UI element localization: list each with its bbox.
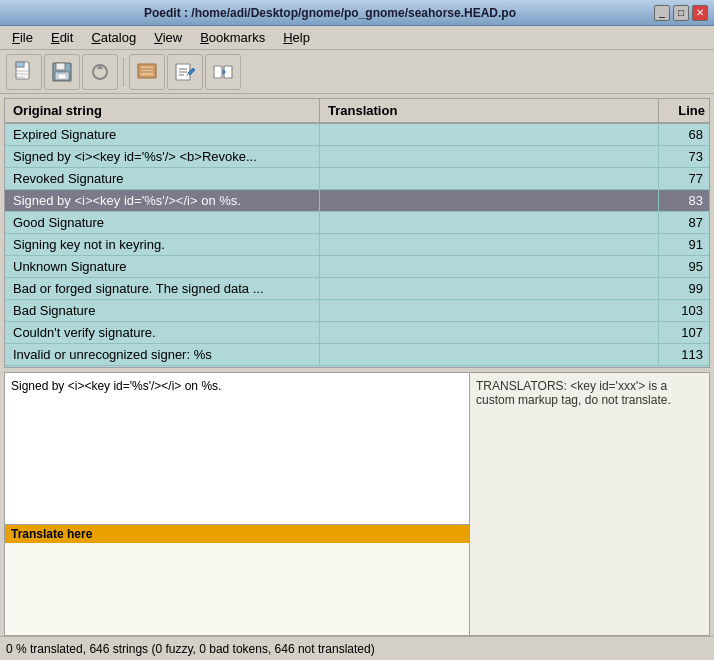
td-original: Signed by <i><key id='%s'/> <b>Revoke... bbox=[5, 146, 320, 167]
td-translation bbox=[320, 344, 659, 365]
td-original: Unknown Signature bbox=[5, 256, 320, 277]
td-line: 91 bbox=[659, 234, 709, 255]
menu-bar: File Edit Catalog View Bookmarks Help bbox=[0, 26, 714, 50]
table-row[interactable]: Good Signature87 bbox=[5, 212, 709, 234]
td-line: 77 bbox=[659, 168, 709, 189]
table-row[interactable]: Signing key not in keyring.91 bbox=[5, 234, 709, 256]
td-translation bbox=[320, 212, 659, 233]
td-translation bbox=[320, 190, 659, 211]
td-translation bbox=[320, 124, 659, 145]
table-row[interactable]: Bad Signature103 bbox=[5, 300, 709, 322]
td-original: Bad or forged signature. The signed data… bbox=[5, 278, 320, 299]
save-button[interactable] bbox=[44, 54, 80, 90]
td-line: 103 bbox=[659, 300, 709, 321]
translation-table: Original string Translation Line Expired… bbox=[4, 98, 710, 368]
source-panel: Signed by <i><key id='%s'/></i> on %s. T… bbox=[4, 372, 470, 636]
td-line: 113 bbox=[659, 344, 709, 365]
td-original: Signing key not in keyring. bbox=[5, 234, 320, 255]
td-translation bbox=[320, 278, 659, 299]
edit-button[interactable] bbox=[167, 54, 203, 90]
table-row[interactable]: Signed by <i><key id='%s'/></i> on %s.83 bbox=[5, 190, 709, 212]
menu-bookmarks[interactable]: Bookmarks bbox=[192, 28, 273, 47]
status-bar: 0 % translated, 646 strings (0 fuzzy, 0 … bbox=[0, 636, 714, 660]
td-original: Expired Signature bbox=[5, 124, 320, 145]
td-line: 107 bbox=[659, 322, 709, 343]
svg-rect-6 bbox=[56, 63, 65, 70]
td-line: 73 bbox=[659, 146, 709, 167]
td-translation bbox=[320, 256, 659, 277]
column-line: Line bbox=[659, 99, 709, 122]
td-line: 68 bbox=[659, 124, 709, 145]
td-original: Signed by <i><key id='%s'/></i> on %s. bbox=[5, 190, 320, 211]
reload-button[interactable] bbox=[82, 54, 118, 90]
svg-rect-11 bbox=[140, 66, 154, 76]
minimize-button[interactable]: _ bbox=[654, 5, 670, 21]
maximize-button[interactable]: □ bbox=[673, 5, 689, 21]
table-row[interactable]: Invalid or unrecognized signer: %s113 bbox=[5, 344, 709, 366]
td-line: 83 bbox=[659, 190, 709, 211]
table-row[interactable]: Bad or forged signature. The signed data… bbox=[5, 278, 709, 300]
column-original: Original string bbox=[5, 99, 320, 122]
toolbar-separator-1 bbox=[123, 58, 124, 86]
table-row[interactable]: Couldn't verify signature.107 bbox=[5, 322, 709, 344]
menu-edit[interactable]: Edit bbox=[43, 28, 81, 47]
translate-label: Translate here bbox=[5, 525, 469, 543]
table-row[interactable]: Signed by <i><key id='%s'/> <b>Revoke...… bbox=[5, 146, 709, 168]
td-line: 99 bbox=[659, 278, 709, 299]
title-bar-buttons: _ □ ✕ bbox=[654, 5, 708, 21]
toolbar bbox=[0, 50, 714, 94]
table-body[interactable]: Expired Signature68Signed by <i><key id=… bbox=[5, 124, 709, 366]
td-original: Revoked Signature bbox=[5, 168, 320, 189]
td-translation bbox=[320, 300, 659, 321]
bottom-panels: Signed by <i><key id='%s'/></i> on %s. T… bbox=[4, 372, 710, 636]
td-original: Couldn't verify signature. bbox=[5, 322, 320, 343]
table-row[interactable]: Expired Signature68 bbox=[5, 124, 709, 146]
menu-catalog[interactable]: Catalog bbox=[83, 28, 144, 47]
menu-file[interactable]: File bbox=[4, 28, 41, 47]
source-text: Signed by <i><key id='%s'/></i> on %s. bbox=[5, 373, 469, 525]
new-button[interactable] bbox=[6, 54, 42, 90]
td-original: Good Signature bbox=[5, 212, 320, 233]
comment-panel: TRANSLATORS: <key id='xxx'> is a custom … bbox=[470, 372, 710, 636]
td-line: 95 bbox=[659, 256, 709, 277]
td-line: 87 bbox=[659, 212, 709, 233]
td-original: Bad Signature bbox=[5, 300, 320, 321]
catalog-button[interactable] bbox=[129, 54, 165, 90]
export-button[interactable] bbox=[205, 54, 241, 90]
td-original: Invalid or unrecognized signer: %s bbox=[5, 344, 320, 365]
svg-rect-18 bbox=[214, 66, 222, 78]
main-content: Original string Translation Line Expired… bbox=[0, 94, 714, 636]
translation-input-area: Translate here bbox=[5, 525, 469, 635]
table-row[interactable]: Revoked Signature77 bbox=[5, 168, 709, 190]
td-translation bbox=[320, 234, 659, 255]
table-row[interactable]: Unknown Signature95 bbox=[5, 256, 709, 278]
td-translation bbox=[320, 146, 659, 167]
menu-help[interactable]: Help bbox=[275, 28, 318, 47]
menu-view[interactable]: View bbox=[146, 28, 190, 47]
td-translation bbox=[320, 322, 659, 343]
svg-rect-1 bbox=[16, 62, 24, 67]
svg-rect-8 bbox=[58, 74, 66, 79]
title-bar: Poedit : /home/adi/Desktop/gnome/po_gnom… bbox=[0, 0, 714, 26]
title-bar-text: Poedit : /home/adi/Desktop/gnome/po_gnom… bbox=[6, 6, 654, 20]
close-button[interactable]: ✕ bbox=[692, 5, 708, 21]
td-translation bbox=[320, 168, 659, 189]
column-translation: Translation bbox=[320, 99, 659, 122]
table-header: Original string Translation Line bbox=[5, 99, 709, 124]
